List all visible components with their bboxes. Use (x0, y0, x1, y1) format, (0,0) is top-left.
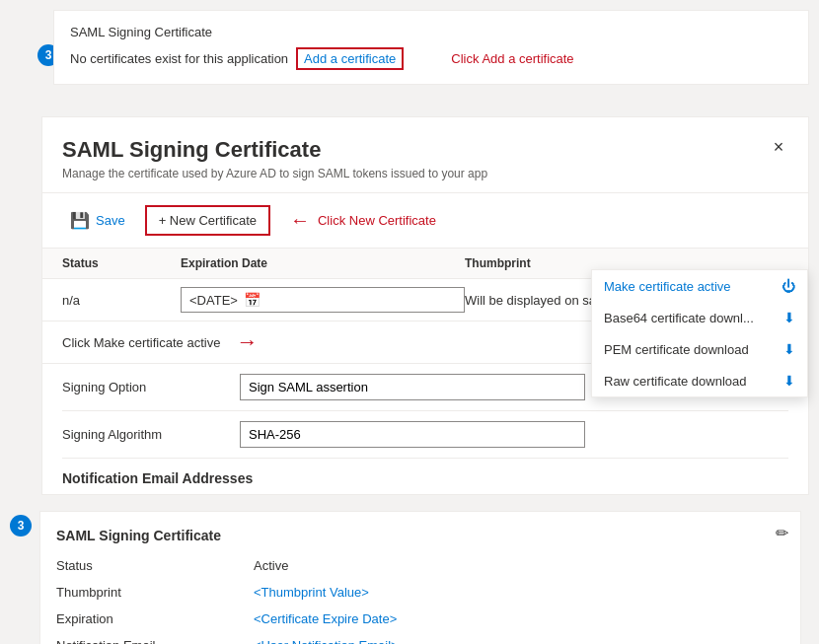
make-active-option[interactable]: Make certificate active ⏻ (592, 270, 807, 302)
notification-section-title: Notification Email Addresses (42, 459, 808, 494)
thumbprint-label: Thumbprint (56, 582, 254, 603)
right-arrow-icon: → (236, 329, 258, 355)
status-value: Active (254, 555, 784, 576)
new-cert-label: + New Certificate (159, 213, 257, 228)
signing-option-label: Signing Option (62, 380, 240, 394)
make-active-instruction: Click Make certificate active (62, 335, 220, 350)
col-actions (749, 256, 788, 270)
add-certificate-link[interactable]: Add a certificate (296, 47, 404, 70)
calendar-icon: 📅 (244, 292, 261, 308)
panel-header: SAML Signing Certificate Manage the cert… (42, 117, 808, 193)
notification-email-value: <User Notification Email> (254, 635, 784, 644)
power-icon: ⏻ (782, 278, 795, 294)
signing-algorithm-input[interactable] (240, 421, 585, 448)
edit-button[interactable]: ✏ (776, 524, 788, 542)
save-button[interactable]: 💾 Save (62, 205, 133, 236)
download-icon-3: ⬇ (783, 373, 795, 389)
pem-label: PEM certificate download (604, 342, 749, 357)
toolbar: 💾 Save + New Certificate ← Click New Cer… (42, 193, 808, 249)
dropdown-menu: Make certificate active ⏻ Base64 certifi… (591, 269, 808, 397)
date-cell: <DATE> 📅 (181, 287, 465, 313)
base64-label: Base64 certificate downl... (604, 311, 754, 325)
click-add-cert-instruction: Click Add a certificate (451, 51, 573, 66)
signing-algorithm-label: Signing Algorithm (62, 427, 240, 442)
new-cert-instruction: ← Click New Certificate (290, 209, 436, 232)
col-thumbprint: Thumbprint (465, 256, 749, 270)
left-arrow-icon: ← (290, 209, 310, 232)
click-new-cert-text: Click New Certificate (318, 213, 436, 228)
col-expiration: Expiration Date (181, 256, 465, 270)
new-certificate-button[interactable]: + New Certificate (145, 205, 270, 236)
panel-subtitle: Manage the certificate used by Azure AD … (62, 167, 788, 180)
thumbprint-value: <Thumbprint Value> (254, 582, 784, 603)
col-status: Status (62, 256, 181, 270)
callout-no-cert-text: No certificates exist for this applicati… (70, 51, 288, 66)
make-active-label: Make certificate active (604, 279, 731, 294)
save-label: Save (96, 213, 125, 228)
callout-title: SAML Signing Certificate (70, 25, 792, 39)
date-value: <DATE> (189, 293, 238, 308)
download-icon-1: ⬇ (783, 310, 795, 325)
signing-algorithm-row: Signing Algorithm (62, 411, 788, 459)
info-grid: Status Active Thumbprint <Thumbprint Val… (56, 555, 784, 644)
save-icon: 💾 (70, 211, 90, 230)
row-status: n/a (62, 293, 181, 308)
raw-download-option[interactable]: Raw certificate download ⬇ (592, 365, 807, 396)
close-button[interactable]: × (765, 133, 792, 161)
instruction-row: Click Make certificate active → Make cer… (42, 322, 808, 364)
base64-download-option[interactable]: Base64 certificate downl... ⬇ (592, 302, 807, 333)
panel-title: SAML Signing Certificate (62, 137, 788, 163)
download-icon-2: ⬇ (783, 341, 795, 357)
signing-option-input[interactable] (240, 374, 585, 400)
step3-circle-2: 3 (10, 515, 32, 537)
expiration-label: Expiration (56, 608, 254, 629)
info-box-title: SAML Signing Certificate (56, 528, 784, 543)
status-label: Status (56, 555, 254, 576)
pem-download-option[interactable]: PEM certificate download ⬇ (592, 333, 807, 365)
notification-email-label: Notification Email (56, 635, 254, 644)
raw-label: Raw certificate download (604, 374, 747, 389)
expiration-value: <Certificate Expire Date> (254, 608, 784, 629)
